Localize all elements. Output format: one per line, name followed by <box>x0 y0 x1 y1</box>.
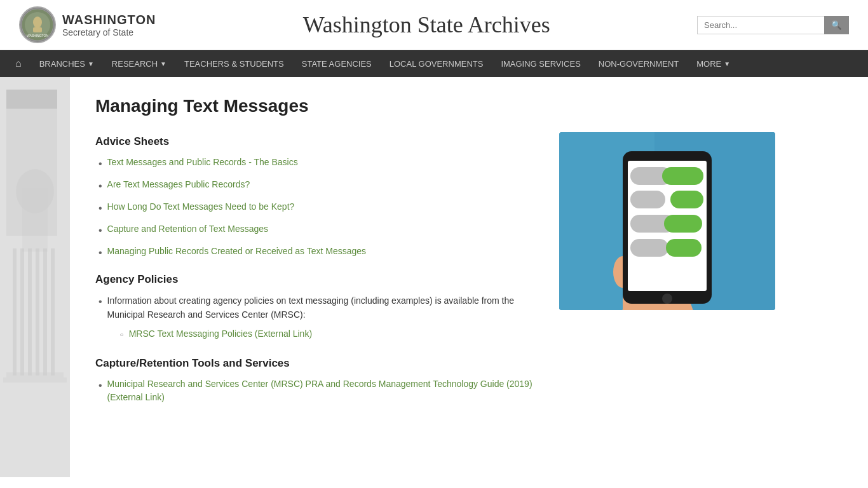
nav-state-agencies[interactable]: STATE AGENCIES <box>293 51 381 76</box>
more-arrow-icon: ▼ <box>724 60 730 67</box>
nav-branches-label: BRANCHES <box>39 59 85 69</box>
search-input[interactable] <box>697 16 824 34</box>
nav-research-label: RESEARCH <box>112 59 158 69</box>
bullet-icon: • <box>98 378 102 393</box>
policy-text: Information about creating agency polici… <box>107 295 514 320</box>
research-arrow-icon: ▼ <box>160 60 166 67</box>
content-columns: Advice Sheets • Text Messages and Public… <box>95 132 775 417</box>
main-content: Managing Text Messages Advice Sheets • T… <box>70 77 801 477</box>
advice-link-2[interactable]: How Long Do Text Messages Need to be Kep… <box>107 200 295 214</box>
svg-point-2 <box>33 17 42 28</box>
nav-more-label: MORE <box>696 59 721 69</box>
svg-rect-29 <box>670 191 703 208</box>
bullet-icon: • <box>98 223 102 238</box>
svg-rect-34 <box>666 239 702 257</box>
svg-rect-3 <box>33 27 42 32</box>
svg-rect-9 <box>20 248 24 376</box>
search-icon: 🔍 <box>831 20 842 30</box>
tools-link-0[interactable]: Municipal Research and Services Center (… <box>107 377 534 404</box>
site-header: WASHINGTON WASHINGTON Secretary of State… <box>0 0 868 50</box>
right-column <box>559 132 775 417</box>
nav-imaging[interactable]: IMAGING SERVICES <box>492 51 589 76</box>
left-column: Advice Sheets • Text Messages and Public… <box>95 132 534 417</box>
list-item: • Text Messages and Public Records - The… <box>98 156 534 172</box>
nav-non-gov[interactable]: NON-GOVERNMENT <box>590 51 688 76</box>
site-title: Washington State Archives <box>303 11 550 38</box>
advice-section-heading: Advice Sheets <box>95 135 534 148</box>
advice-link-0[interactable]: Text Messages and Public Records - The B… <box>107 156 298 169</box>
navbar: ⌂ BRANCHES ▼ RESEARCH ▼ TEACHERS & STUDE… <box>0 50 868 77</box>
nav-more[interactable]: MORE ▼ <box>688 51 739 76</box>
nav-state-agencies-label: STATE AGENCIES <box>302 59 372 69</box>
list-item: ○ MRSC Text Messaging Policies (External… <box>120 327 534 341</box>
list-item: • Are Text Messages Public Records? <box>98 178 534 194</box>
svg-rect-28 <box>662 167 703 185</box>
svg-rect-7 <box>22 188 48 252</box>
nav-branches[interactable]: BRANCHES ▼ <box>31 51 103 76</box>
mrsc-policy-link[interactable]: MRSC Text Messaging Policies (External L… <box>129 327 312 341</box>
sub-bullet-icon: ○ <box>120 330 124 339</box>
nav-teachers[interactable]: TEACHERS & STUDENTS <box>175 51 293 76</box>
phone-illustration <box>559 132 775 310</box>
nav-home[interactable]: ⌂ <box>6 50 31 77</box>
svg-rect-32 <box>664 215 702 233</box>
bullet-icon: • <box>98 294 102 309</box>
branches-arrow-icon: ▼ <box>88 60 94 67</box>
svg-rect-11 <box>36 248 39 376</box>
list-item: • Capture and Retention of Text Messages <box>98 222 534 238</box>
page-title: Managing Text Messages <box>95 96 775 116</box>
svg-rect-10 <box>28 248 32 376</box>
tools-section-heading: Capture/Retention Tools and Services <box>95 357 534 370</box>
bullet-icon: • <box>98 156 102 172</box>
svg-point-6 <box>16 169 54 214</box>
nav-research[interactable]: RESEARCH ▼ <box>103 51 175 76</box>
list-item: • How Long Do Text Messages Need to be K… <box>98 200 534 216</box>
sub-bullet-list: ○ MRSC Text Messaging Policies (External… <box>107 327 534 341</box>
list-item: • Managing Public Records Created or Rec… <box>98 245 534 261</box>
svg-rect-13 <box>51 248 55 376</box>
svg-rect-12 <box>43 248 47 376</box>
policy-description: Information about creating agency polici… <box>107 294 534 344</box>
policy-section-heading: Agency Policies <box>95 273 534 286</box>
advice-link-1[interactable]: Are Text Messages Public Records? <box>107 178 250 191</box>
logo-subtitle: Secretary of State <box>62 27 156 37</box>
list-item: • Municipal Research and Services Center… <box>98 377 534 404</box>
logo-area: WASHINGTON WASHINGTON Secretary of State <box>19 6 156 43</box>
svg-rect-33 <box>630 239 668 257</box>
svg-rect-5 <box>0 77 70 477</box>
svg-rect-8 <box>13 248 17 376</box>
search-area: 🔍 <box>697 16 849 34</box>
logo-text: WASHINGTON Secretary of State <box>62 13 156 37</box>
background-building <box>0 77 70 477</box>
nav-local-gov[interactable]: LOCAL GOVERNMENTS <box>381 51 492 76</box>
nav-teachers-label: TEACHERS & STUDENTS <box>184 59 284 69</box>
policy-list: • Information about creating agency poli… <box>95 294 534 344</box>
logo-washington: WASHINGTON <box>62 13 156 27</box>
nav-non-gov-label: NON-GOVERNMENT <box>599 59 679 69</box>
bullet-icon: • <box>98 201 102 216</box>
svg-point-35 <box>662 294 672 304</box>
svg-rect-14 <box>6 372 64 377</box>
advice-list: • Text Messages and Public Records - The… <box>95 156 534 261</box>
list-item: • Information about creating agency poli… <box>98 294 534 344</box>
advice-link-4[interactable]: Managing Public Records Created or Recei… <box>107 245 367 258</box>
search-button[interactable]: 🔍 <box>824 16 849 34</box>
svg-rect-30 <box>630 191 665 208</box>
seal-logo: WASHINGTON <box>19 6 56 43</box>
bullet-icon: • <box>98 245 102 261</box>
page-wrapper: Managing Text Messages Advice Sheets • T… <box>0 77 868 477</box>
nav-local-gov-label: LOCAL GOVERNMENTS <box>390 59 484 69</box>
svg-text:WASHINGTON: WASHINGTON <box>27 34 49 37</box>
nav-imaging-label: IMAGING SERVICES <box>501 59 580 69</box>
svg-rect-15 <box>3 377 67 383</box>
advice-link-3[interactable]: Capture and Retention of Text Messages <box>107 222 268 236</box>
tools-list: • Municipal Research and Services Center… <box>95 377 534 404</box>
bullet-icon: • <box>98 179 102 194</box>
